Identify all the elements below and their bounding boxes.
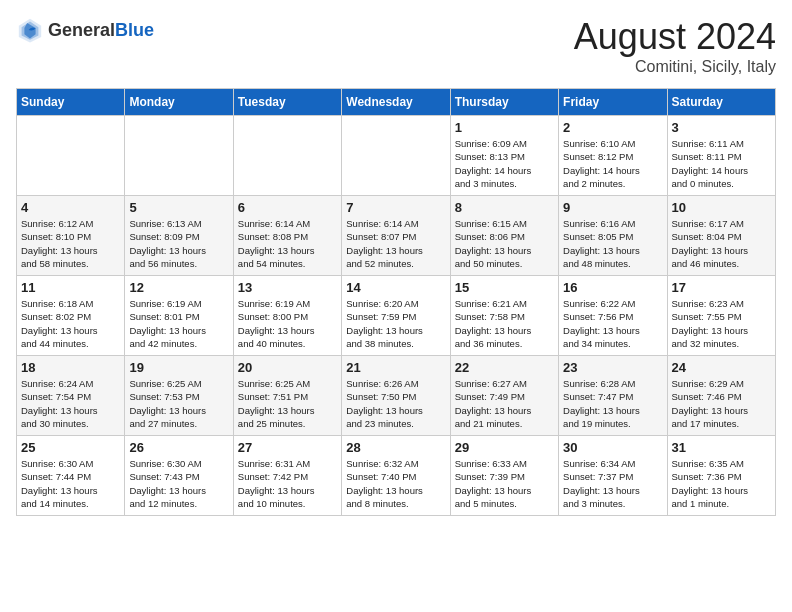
calendar-cell: 17Sunrise: 6:23 AM Sunset: 7:55 PM Dayli… — [667, 276, 775, 356]
day-info: Sunrise: 6:33 AM Sunset: 7:39 PM Dayligh… — [455, 457, 554, 510]
logo-icon — [16, 16, 44, 44]
day-info: Sunrise: 6:13 AM Sunset: 8:09 PM Dayligh… — [129, 217, 228, 270]
day-number: 13 — [238, 280, 337, 295]
day-number: 29 — [455, 440, 554, 455]
day-info: Sunrise: 6:18 AM Sunset: 8:02 PM Dayligh… — [21, 297, 120, 350]
calendar-cell — [233, 116, 341, 196]
logo-general: General — [48, 20, 115, 40]
day-info: Sunrise: 6:30 AM Sunset: 7:44 PM Dayligh… — [21, 457, 120, 510]
page-header: GeneralBlue August 2024 Comitini, Sicily… — [16, 16, 776, 76]
calendar-cell — [17, 116, 125, 196]
header-monday: Monday — [125, 89, 233, 116]
day-number: 30 — [563, 440, 662, 455]
calendar-week-row: 11Sunrise: 6:18 AM Sunset: 8:02 PM Dayli… — [17, 276, 776, 356]
calendar-cell: 23Sunrise: 6:28 AM Sunset: 7:47 PM Dayli… — [559, 356, 667, 436]
day-number: 5 — [129, 200, 228, 215]
calendar-cell: 1Sunrise: 6:09 AM Sunset: 8:13 PM Daylig… — [450, 116, 558, 196]
calendar-cell — [125, 116, 233, 196]
day-info: Sunrise: 6:16 AM Sunset: 8:05 PM Dayligh… — [563, 217, 662, 270]
calendar-cell: 16Sunrise: 6:22 AM Sunset: 7:56 PM Dayli… — [559, 276, 667, 356]
day-info: Sunrise: 6:09 AM Sunset: 8:13 PM Dayligh… — [455, 137, 554, 190]
day-number: 4 — [21, 200, 120, 215]
day-info: Sunrise: 6:11 AM Sunset: 8:11 PM Dayligh… — [672, 137, 771, 190]
calendar-cell: 22Sunrise: 6:27 AM Sunset: 7:49 PM Dayli… — [450, 356, 558, 436]
calendar-cell: 31Sunrise: 6:35 AM Sunset: 7:36 PM Dayli… — [667, 436, 775, 516]
day-info: Sunrise: 6:25 AM Sunset: 7:53 PM Dayligh… — [129, 377, 228, 430]
calendar-cell: 30Sunrise: 6:34 AM Sunset: 7:37 PM Dayli… — [559, 436, 667, 516]
day-info: Sunrise: 6:26 AM Sunset: 7:50 PM Dayligh… — [346, 377, 445, 430]
calendar-cell: 24Sunrise: 6:29 AM Sunset: 7:46 PM Dayli… — [667, 356, 775, 436]
day-info: Sunrise: 6:23 AM Sunset: 7:55 PM Dayligh… — [672, 297, 771, 350]
day-number: 14 — [346, 280, 445, 295]
calendar-cell: 25Sunrise: 6:30 AM Sunset: 7:44 PM Dayli… — [17, 436, 125, 516]
calendar-cell: 12Sunrise: 6:19 AM Sunset: 8:01 PM Dayli… — [125, 276, 233, 356]
calendar-cell: 29Sunrise: 6:33 AM Sunset: 7:39 PM Dayli… — [450, 436, 558, 516]
day-info: Sunrise: 6:30 AM Sunset: 7:43 PM Dayligh… — [129, 457, 228, 510]
logo: GeneralBlue — [16, 16, 154, 44]
header-friday: Friday — [559, 89, 667, 116]
calendar-header-row: Sunday Monday Tuesday Wednesday Thursday… — [17, 89, 776, 116]
day-info: Sunrise: 6:32 AM Sunset: 7:40 PM Dayligh… — [346, 457, 445, 510]
day-info: Sunrise: 6:19 AM Sunset: 8:01 PM Dayligh… — [129, 297, 228, 350]
day-number: 18 — [21, 360, 120, 375]
day-number: 27 — [238, 440, 337, 455]
calendar-cell: 7Sunrise: 6:14 AM Sunset: 8:07 PM Daylig… — [342, 196, 450, 276]
day-info: Sunrise: 6:14 AM Sunset: 8:07 PM Dayligh… — [346, 217, 445, 270]
day-number: 20 — [238, 360, 337, 375]
day-number: 6 — [238, 200, 337, 215]
calendar-cell: 20Sunrise: 6:25 AM Sunset: 7:51 PM Dayli… — [233, 356, 341, 436]
day-number: 26 — [129, 440, 228, 455]
header-tuesday: Tuesday — [233, 89, 341, 116]
day-number: 24 — [672, 360, 771, 375]
logo-blue: Blue — [115, 20, 154, 40]
day-number: 17 — [672, 280, 771, 295]
day-number: 15 — [455, 280, 554, 295]
day-info: Sunrise: 6:22 AM Sunset: 7:56 PM Dayligh… — [563, 297, 662, 350]
calendar-table: Sunday Monday Tuesday Wednesday Thursday… — [16, 88, 776, 516]
day-info: Sunrise: 6:28 AM Sunset: 7:47 PM Dayligh… — [563, 377, 662, 430]
calendar-week-row: 1Sunrise: 6:09 AM Sunset: 8:13 PM Daylig… — [17, 116, 776, 196]
day-info: Sunrise: 6:14 AM Sunset: 8:08 PM Dayligh… — [238, 217, 337, 270]
calendar-cell: 9Sunrise: 6:16 AM Sunset: 8:05 PM Daylig… — [559, 196, 667, 276]
calendar-cell — [342, 116, 450, 196]
day-number: 7 — [346, 200, 445, 215]
day-number: 11 — [21, 280, 120, 295]
header-wednesday: Wednesday — [342, 89, 450, 116]
calendar-cell: 8Sunrise: 6:15 AM Sunset: 8:06 PM Daylig… — [450, 196, 558, 276]
day-info: Sunrise: 6:21 AM Sunset: 7:58 PM Dayligh… — [455, 297, 554, 350]
day-number: 21 — [346, 360, 445, 375]
day-info: Sunrise: 6:34 AM Sunset: 7:37 PM Dayligh… — [563, 457, 662, 510]
calendar-cell: 3Sunrise: 6:11 AM Sunset: 8:11 PM Daylig… — [667, 116, 775, 196]
location-title: Comitini, Sicily, Italy — [574, 58, 776, 76]
day-number: 31 — [672, 440, 771, 455]
day-number: 22 — [455, 360, 554, 375]
day-number: 8 — [455, 200, 554, 215]
day-info: Sunrise: 6:17 AM Sunset: 8:04 PM Dayligh… — [672, 217, 771, 270]
day-info: Sunrise: 6:25 AM Sunset: 7:51 PM Dayligh… — [238, 377, 337, 430]
day-number: 16 — [563, 280, 662, 295]
calendar-cell: 18Sunrise: 6:24 AM Sunset: 7:54 PM Dayli… — [17, 356, 125, 436]
calendar-cell: 14Sunrise: 6:20 AM Sunset: 7:59 PM Dayli… — [342, 276, 450, 356]
day-number: 23 — [563, 360, 662, 375]
calendar-cell: 11Sunrise: 6:18 AM Sunset: 8:02 PM Dayli… — [17, 276, 125, 356]
calendar-cell: 21Sunrise: 6:26 AM Sunset: 7:50 PM Dayli… — [342, 356, 450, 436]
day-info: Sunrise: 6:24 AM Sunset: 7:54 PM Dayligh… — [21, 377, 120, 430]
calendar-cell: 6Sunrise: 6:14 AM Sunset: 8:08 PM Daylig… — [233, 196, 341, 276]
title-block: August 2024 Comitini, Sicily, Italy — [574, 16, 776, 76]
calendar-cell: 13Sunrise: 6:19 AM Sunset: 8:00 PM Dayli… — [233, 276, 341, 356]
calendar-cell: 15Sunrise: 6:21 AM Sunset: 7:58 PM Dayli… — [450, 276, 558, 356]
day-info: Sunrise: 6:27 AM Sunset: 7:49 PM Dayligh… — [455, 377, 554, 430]
day-number: 19 — [129, 360, 228, 375]
calendar-cell: 10Sunrise: 6:17 AM Sunset: 8:04 PM Dayli… — [667, 196, 775, 276]
month-title: August 2024 — [574, 16, 776, 58]
day-number: 9 — [563, 200, 662, 215]
calendar-cell: 2Sunrise: 6:10 AM Sunset: 8:12 PM Daylig… — [559, 116, 667, 196]
day-info: Sunrise: 6:15 AM Sunset: 8:06 PM Dayligh… — [455, 217, 554, 270]
day-info: Sunrise: 6:20 AM Sunset: 7:59 PM Dayligh… — [346, 297, 445, 350]
header-saturday: Saturday — [667, 89, 775, 116]
calendar-cell: 19Sunrise: 6:25 AM Sunset: 7:53 PM Dayli… — [125, 356, 233, 436]
header-sunday: Sunday — [17, 89, 125, 116]
calendar-cell: 28Sunrise: 6:32 AM Sunset: 7:40 PM Dayli… — [342, 436, 450, 516]
day-info: Sunrise: 6:19 AM Sunset: 8:00 PM Dayligh… — [238, 297, 337, 350]
calendar-cell: 26Sunrise: 6:30 AM Sunset: 7:43 PM Dayli… — [125, 436, 233, 516]
